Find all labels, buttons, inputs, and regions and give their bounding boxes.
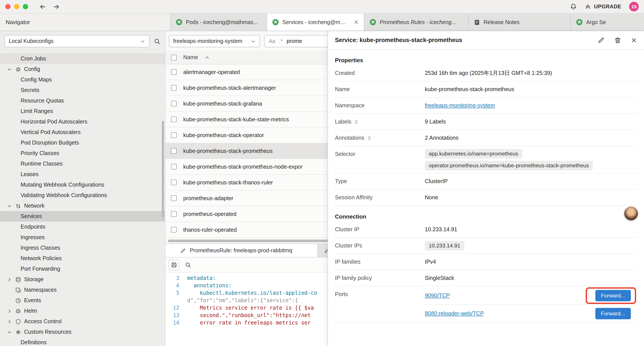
select-all-checkbox[interactable] — [171, 54, 177, 60]
sidebar-item-priority-classes[interactable]: Priority Classes — [0, 148, 165, 159]
tab-release-notes[interactable]: Release Notes — [469, 13, 571, 31]
namespace-link[interactable]: freeleaps-monitoring-system — [425, 102, 495, 109]
sort-asc-icon[interactable] — [205, 55, 210, 60]
tab-argo-se[interactable]: Argo Se — [571, 13, 644, 31]
sidebar-item-port-forwarding[interactable]: Port Forwarding — [0, 264, 165, 274]
row-checkbox[interactable] — [171, 227, 177, 233]
prop-label-text: Cluster IP — [335, 226, 359, 233]
sidebar-item-definitions[interactable]: Definitions — [0, 337, 165, 346]
traffic-light-minimize[interactable] — [14, 4, 19, 9]
upgrade-button[interactable]: UPGRADE — [585, 3, 621, 10]
row-checkbox[interactable] — [171, 116, 177, 122]
back-icon[interactable] — [40, 3, 46, 10]
prop-row-ip-family-policy: IP family policySingleStack — [335, 270, 637, 287]
kubeconfig-select[interactable]: Local Kubeconfigs — [4, 35, 150, 47]
sidebar-item-config-maps[interactable]: Config Maps — [0, 74, 165, 85]
sidebar-item-limit-ranges[interactable]: Limit Ranges — [0, 106, 165, 116]
kubernetes-icon — [176, 19, 182, 25]
prop-value: 253d 16h 6m ago (2025年1月13日 GMT+8 1:25:3… — [425, 67, 637, 79]
line-number: 4 — [165, 282, 179, 290]
service-name: kube-prometheus-stack-prometheus-node-ex… — [183, 164, 302, 170]
search-icon[interactable] — [183, 260, 193, 270]
chevron-down-icon[interactable] — [7, 330, 12, 335]
row-checkbox[interactable] — [171, 148, 177, 154]
row-checkbox[interactable] — [171, 164, 177, 169]
chevron-down-icon[interactable] — [7, 67, 12, 72]
access-control-icon — [15, 319, 21, 324]
tab-bar: Navigator Pods - icecheng@mathmas...Serv… — [0, 13, 644, 31]
row-checkbox[interactable] — [171, 101, 177, 106]
expander-icon[interactable] — [367, 136, 372, 140]
traffic-light-close[interactable] — [5, 4, 10, 9]
presenter-avatar[interactable] — [624, 207, 638, 220]
tab-label: Argo Se — [586, 19, 644, 25]
sidebar-item-vertical-pod-autoscalers[interactable]: Vertical Pod Autoscalers — [0, 127, 165, 137]
notification-badge[interactable]: 15 — [629, 2, 639, 11]
sidebar-item-mutating-webhook-configurations[interactable]: Mutating Webhook Configurations — [0, 180, 165, 190]
tab-prometheus-rules-icecheng[interactable]: Prometheus Rules - icecheng... — [364, 13, 469, 31]
row-checkbox[interactable] — [171, 195, 177, 201]
sidebar-item-horizontal-pod-autoscalers[interactable]: Horizontal Pod Autoscalers — [0, 116, 165, 127]
regex-toggle[interactable]: .* — [279, 38, 282, 44]
sidebar-item-storage[interactable]: Storage — [0, 274, 165, 285]
tab-services-icecheng-math[interactable]: Services - icecheng@math... — [267, 13, 364, 31]
sidebar-item-ingress-classes[interactable]: Ingress Classes — [0, 243, 165, 253]
tab-pods-icecheng-mathmas[interactable]: Pods - icecheng@mathmas... — [170, 13, 267, 31]
dock-tab-prometheusrule[interactable]: PrometheusRule: freeleaps-prod-rabbitmq — [165, 244, 318, 257]
sidebar-item-services[interactable]: Services — [0, 211, 165, 222]
service-name: thanos-ruler-operated — [183, 227, 237, 233]
forward-button[interactable]: Forward... — [595, 290, 631, 301]
sidebar-item-ingresses[interactable]: Ingresses — [0, 232, 165, 243]
chevron-down-icon[interactable] — [7, 203, 12, 208]
chevron-right-icon[interactable] — [7, 309, 12, 313]
sidebar-item-pod-disruption-budgets[interactable]: Pod Disruption Budgets — [0, 137, 165, 148]
row-checkbox[interactable] — [171, 211, 177, 217]
sidebar-item-label: Namespaces — [24, 287, 56, 293]
sidebar-item-label: Config Maps — [20, 77, 52, 83]
sidebar-item-config[interactable]: Config — [0, 64, 165, 74]
forward-icon[interactable] — [53, 3, 60, 10]
save-icon[interactable] — [169, 260, 179, 270]
edit-icon[interactable] — [598, 36, 604, 43]
match-case-toggle[interactable]: Aa — [269, 38, 275, 44]
prop-row-namespace: Namespacefreeleaps-monitoring-system — [335, 98, 637, 114]
chevron-right-icon[interactable] — [7, 319, 12, 324]
sidebar-item-network-policies[interactable]: Network Policies — [0, 253, 165, 264]
sidebar-item-events[interactable]: Events — [0, 295, 165, 306]
name-column-header[interactable]: Name — [183, 54, 198, 60]
sidebar-item-network[interactable]: Network — [0, 201, 165, 211]
sidebar-item-label: Resource Quotas — [20, 98, 64, 104]
port-link[interactable]: 9090/TCP — [425, 292, 450, 299]
row-checkbox[interactable] — [171, 69, 177, 75]
sidebar-item-label: Runtime Classes — [20, 161, 63, 167]
row-checkbox[interactable] — [171, 180, 177, 185]
close-icon[interactable] — [354, 20, 358, 24]
sidebar-item-access-control[interactable]: Access Control — [0, 316, 165, 327]
sidebar-item-resource-quotas[interactable]: Resource Quotas — [0, 95, 165, 106]
expander-icon[interactable] — [354, 119, 359, 124]
sidebar-scrollbar[interactable] — [162, 121, 164, 218]
sidebar-item-label: Port Forwarding — [20, 266, 60, 272]
sidebar-item-helm[interactable]: Helm — [0, 306, 165, 316]
sidebar-item-secrets[interactable]: Secrets — [0, 85, 165, 95]
sidebar-item-validating-webhook-configurations[interactable]: Validating Webhook Configurations — [0, 190, 165, 201]
namespace-select[interactable]: freeleaps-monitoring-system — [169, 35, 260, 47]
sidebar-item-custom-resources[interactable]: Custom Resources — [0, 327, 165, 337]
port-link[interactable]: 8080:reloader-web/TCP — [425, 311, 484, 317]
sidebar-item-leases[interactable]: Leases — [0, 169, 165, 180]
close-icon[interactable] — [631, 37, 637, 43]
row-checkbox[interactable] — [171, 132, 177, 138]
prop-label: Cluster IPs — [335, 243, 425, 249]
chevron-right-icon[interactable] — [7, 277, 12, 282]
trash-icon[interactable] — [614, 36, 621, 43]
events-icon — [15, 298, 21, 303]
sidebar-item-endpoints[interactable]: Endpoints — [0, 222, 165, 232]
search-icon[interactable] — [154, 38, 160, 44]
bell-icon[interactable] — [570, 3, 577, 10]
sidebar-item-cron-jobs[interactable]: Cron Jobs — [0, 53, 165, 64]
traffic-light-zoom[interactable] — [23, 4, 28, 9]
sidebar-item-namespaces[interactable]: Namespaces — [0, 285, 165, 295]
sidebar-item-runtime-classes[interactable]: Runtime Classes — [0, 159, 165, 169]
forward-button[interactable]: Forward... — [595, 308, 631, 319]
row-checkbox[interactable] — [171, 85, 177, 91]
